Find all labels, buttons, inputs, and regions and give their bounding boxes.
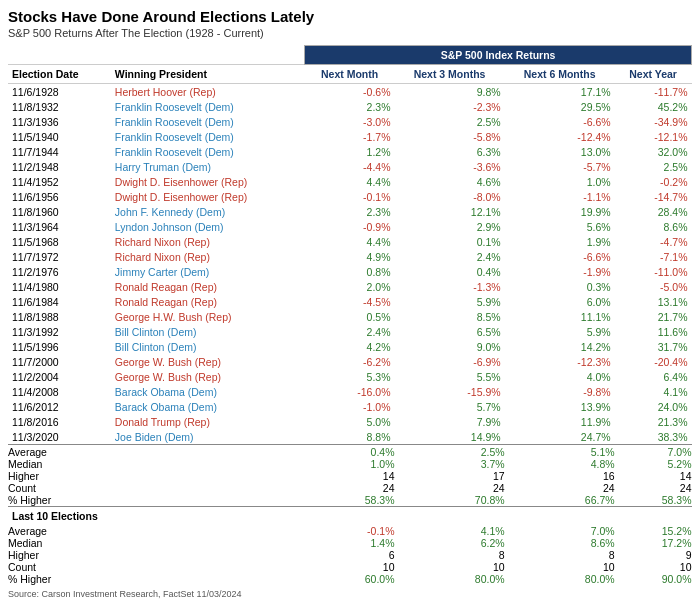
- table-row: 11/5/1968Richard Nixon (Rep)4.4%0.1%1.9%…: [8, 234, 692, 249]
- sp-empty-2: [111, 46, 305, 65]
- sp-empty-1: [8, 46, 111, 65]
- table-row: 11/6/1956Dwight D. Eisenhower (Rep)-0.1%…: [8, 189, 692, 204]
- table-row: 11/4/1952Dwight D. Eisenhower (Rep)4.4%4…: [8, 174, 692, 189]
- table-row: 11/8/1932Franklin Roosevelt (Dem)2.3%-2.…: [8, 99, 692, 114]
- table-row: 11/6/2012Barack Obama (Dem)-1.0%5.7%13.9…: [8, 399, 692, 414]
- col-next-6-months: Next 6 Months: [505, 65, 615, 84]
- col-winning-president: Winning President: [111, 65, 305, 84]
- col-next-year: Next Year: [615, 65, 692, 84]
- table-row: 11/2/2004George W. Bush (Rep)5.3%5.5%4.0…: [8, 369, 692, 384]
- table-row: 11/3/2020Joe Biden (Dem)8.8%14.9%24.7%38…: [8, 429, 692, 445]
- table-row: 11/3/1992Bill Clinton (Dem)2.4%6.5%5.9%1…: [8, 324, 692, 339]
- col-next-3-months: Next 3 Months: [395, 65, 505, 84]
- table-row: 11/5/1940Franklin Roosevelt (Dem)-1.7%-5…: [8, 129, 692, 144]
- table-row: 11/8/1960John F. Kennedy (Dem)2.3%12.1%1…: [8, 204, 692, 219]
- table-row: 11/8/2016Donald Trump (Rep)5.0%7.9%11.9%…: [8, 414, 692, 429]
- stats-row: Count24242424: [8, 482, 692, 494]
- table-row: 11/6/1928Herbert Hoover (Rep)-0.6%9.8%17…: [8, 84, 692, 100]
- last10-stats-row: Median1.4%6.2%8.6%17.2%: [8, 537, 692, 549]
- main-title: Stocks Have Done Around Elections Lately: [8, 8, 692, 25]
- stats-row: Median1.0%3.7%4.8%5.2%: [8, 458, 692, 470]
- table-row: 11/7/2000George W. Bush (Rep)-6.2%-6.9%-…: [8, 354, 692, 369]
- stats-row: Average0.4%2.5%5.1%7.0%: [8, 446, 692, 458]
- table-row: 11/4/1980Ronald Reagan (Rep)2.0%-1.3%0.3…: [8, 279, 692, 294]
- sub-title: S&P 500 Returns After The Election (1928…: [8, 27, 692, 39]
- col-election-date: Election Date: [8, 65, 111, 84]
- sp-section-label: S&P 500 Index Returns: [305, 46, 692, 65]
- table-row: 11/4/2008Barack Obama (Dem)-16.0%-15.9%-…: [8, 384, 692, 399]
- table-row: 11/2/1976Jimmy Carter (Dem)0.8%0.4%-1.9%…: [8, 264, 692, 279]
- last10-stats-row: Higher6889: [8, 549, 692, 561]
- table-row: 11/3/1936Franklin Roosevelt (Dem)-3.0%2.…: [8, 114, 692, 129]
- table-row: 11/6/1984Ronald Reagan (Rep)-4.5%5.9%6.0…: [8, 294, 692, 309]
- table-row: 11/2/1948Harry Truman (Dem)-4.4%-3.6%-5.…: [8, 159, 692, 174]
- table-row: 11/7/1944Franklin Roosevelt (Dem)1.2%6.3…: [8, 144, 692, 159]
- last10-stats-row: Average-0.1%4.1%7.0%15.2%: [8, 525, 692, 537]
- table-row: 11/5/1996Bill Clinton (Dem)4.2%9.0%14.2%…: [8, 339, 692, 354]
- stats-row: % Higher58.3%70.8%66.7%58.3%: [8, 494, 692, 507]
- table-row: 11/3/1964Lyndon Johnson (Dem)-0.9%2.9%5.…: [8, 219, 692, 234]
- table-row: 11/8/1988George H.W. Bush (Rep)0.5%8.5%1…: [8, 309, 692, 324]
- last10-stats-row: % Higher60.0%80.0%80.0%90.0%: [8, 573, 692, 585]
- last10-stats-row: Count10101010: [8, 561, 692, 573]
- col-next-month: Next Month: [305, 65, 395, 84]
- stats-row: Higher14171614: [8, 470, 692, 482]
- table-row: 11/7/1972Richard Nixon (Rep)4.9%2.4%-6.6…: [8, 249, 692, 264]
- source-text: Source: Carson Investment Research, Fact…: [8, 589, 692, 599]
